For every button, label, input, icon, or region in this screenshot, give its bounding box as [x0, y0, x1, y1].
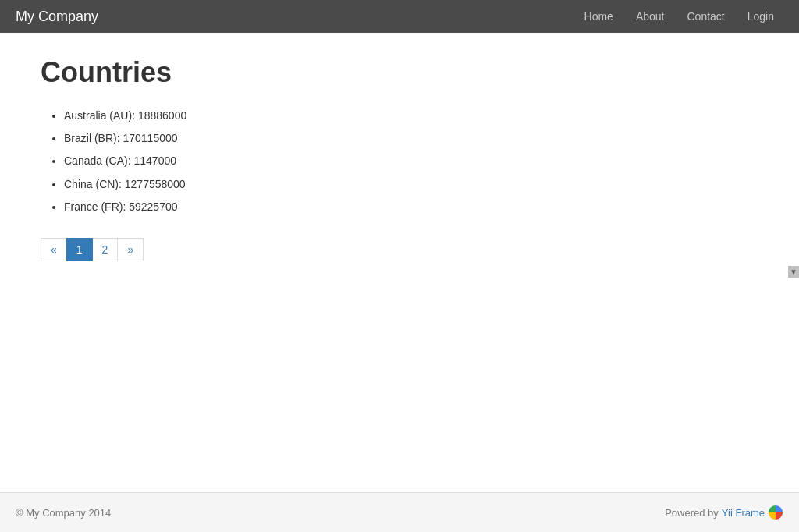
pagination-next: »	[117, 238, 143, 261]
pagination-page-1: 1	[66, 238, 92, 261]
yii-logo-icon	[768, 505, 783, 520]
scrollbar-arrow[interactable]: ▼	[788, 266, 799, 278]
countries-list: Australia (AU): 18886000Brazil (BR): 170…	[41, 105, 758, 218]
nav-link-login[interactable]: Login	[738, 2, 783, 30]
country-item: France (FR): 59225700	[64, 196, 758, 218]
nav-link-about[interactable]: About	[627, 2, 674, 30]
pagination-page-2-link[interactable]: 2	[92, 238, 119, 261]
navbar: My Company Home About Contact Login	[0, 0, 799, 33]
nav-item-contact: Contact	[677, 2, 733, 30]
nav-link-home[interactable]: Home	[575, 2, 623, 30]
country-item: China (CN): 1277558000	[64, 173, 758, 196]
main-content: Countries Australia (AU): 18886000Brazil…	[25, 33, 774, 492]
country-item: Brazil (BR): 170115000	[64, 127, 758, 150]
pagination-prev-link[interactable]: «	[41, 238, 67, 261]
navbar-nav: Home About Contact Login	[575, 2, 783, 30]
nav-item-about: About	[627, 2, 674, 30]
nav-item-home: Home	[575, 2, 623, 30]
pagination-active-label: 1	[66, 238, 93, 261]
footer-copyright: © My Company 2014	[16, 507, 111, 519]
country-item: Australia (AU): 18886000	[64, 105, 758, 127]
footer-powered-by: Powered by	[665, 507, 719, 519]
pagination-page-2: 2	[92, 238, 118, 261]
pagination-prev: «	[41, 238, 66, 261]
footer: © My Company 2014 Powered by Yii Frame	[0, 492, 799, 532]
footer-right: Powered by Yii Frame	[665, 505, 783, 520]
footer-framework-label: Yii Frame	[722, 507, 765, 519]
nav-link-contact[interactable]: Contact	[677, 2, 733, 30]
footer-framework-link[interactable]: Yii Frame	[722, 507, 765, 519]
pagination-next-link[interactable]: »	[117, 238, 144, 261]
page-title: Countries	[41, 56, 758, 89]
navbar-brand[interactable]: My Company	[16, 9, 98, 25]
country-item: Canada (CA): 1147000	[64, 150, 758, 172]
pagination: « 1 2 »	[41, 238, 758, 261]
nav-item-login: Login	[738, 2, 783, 30]
